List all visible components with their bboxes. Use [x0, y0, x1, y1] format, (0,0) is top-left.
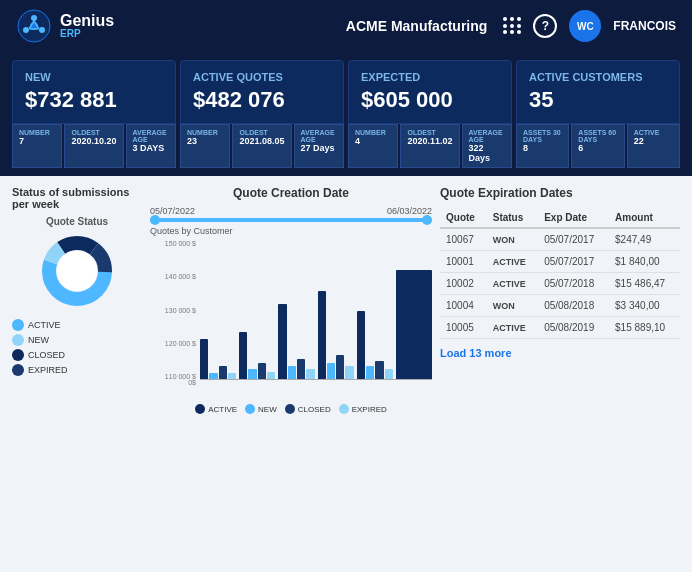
chart-legend-label: ACTIVE [208, 405, 237, 414]
stat-value: 22 [634, 136, 673, 146]
table-cell-amount: $15 889,10 [609, 317, 680, 339]
legend-label: EXPIRED [28, 365, 68, 375]
bar-group [357, 311, 393, 380]
legend-label: NEW [28, 335, 49, 345]
company-name: ACME Manufacturing [346, 18, 488, 34]
bar-group [318, 291, 354, 380]
stat-label: ACTIVE [634, 129, 673, 136]
stat-item: NUMBER 4 [348, 124, 398, 168]
chart-legend-dot [285, 404, 295, 414]
bar-group [396, 270, 432, 380]
stats-row: NUMBER 7OLDEST 2020.10.20AVERAGE AGE 3 D… [0, 124, 692, 176]
bar-expired [345, 366, 353, 380]
logo-erp: ERP [60, 29, 114, 39]
table-row: 10067WON05/07/2017$247,49 [440, 228, 680, 251]
table-cell-exp_date: 05/07/2017 [538, 228, 609, 251]
header-center: ACME Manufacturing ? WC FRANCOIS [346, 10, 676, 42]
table-row: 10002ACTIVE05/07/2018$15 486,47 [440, 273, 680, 295]
legend-dot [12, 364, 24, 376]
table-cell-quote: 10001 [440, 251, 487, 273]
stat-group: NUMBER 4OLDEST 2020.11.02AVERAGE AGE 322… [348, 124, 512, 168]
y-axis: 150 000 $140 000 $130 000 $120 000 $110 … [150, 240, 196, 380]
chart-legend-item: NEW [245, 404, 277, 414]
stat-item: AVERAGE AGE 3 DAYS [126, 124, 176, 168]
chart-legend-label: EXPIRED [352, 405, 387, 414]
stat-label: NUMBER [187, 129, 223, 136]
stat-label: OLDEST [407, 129, 452, 136]
stat-item: NUMBER 7 [12, 124, 62, 168]
table-header: Quote [440, 208, 487, 228]
svg-point-1 [31, 15, 37, 21]
stat-group: NUMBER 23OLDEST 2021.08.05AVERAGE AGE 27… [180, 124, 344, 168]
stat-label: OLDEST [239, 129, 284, 136]
bar-group [239, 332, 275, 380]
legend: ACTIVE NEW CLOSED EXPIRED [12, 319, 142, 376]
bar-new [366, 366, 374, 380]
chart-legend-dot [195, 404, 205, 414]
stat-item: ACTIVE 22 [627, 124, 680, 168]
data-table: QuoteStatusExp DateAmount 10067WON05/07/… [440, 208, 680, 339]
date-slider[interactable] [150, 218, 432, 222]
stat-value: 27 Days [301, 143, 337, 153]
table-row: 10001ACTIVE05/07/2017$1 840,00 [440, 251, 680, 273]
chart-legend-label: CLOSED [298, 405, 331, 414]
kpi-value: $732 881 [25, 87, 163, 113]
svg-point-2 [23, 27, 29, 33]
chart-legend: ACTIVE NEW CLOSED EXPIRED [150, 404, 432, 414]
bar-group [200, 339, 236, 380]
table-cell-status: ACTIVE [487, 273, 538, 295]
panel-title: Status of submissions per week [12, 186, 142, 210]
stat-value: 8 [523, 143, 562, 153]
chart-legend-item: ACTIVE [195, 404, 237, 414]
table-cell-exp_date: 05/07/2017 [538, 251, 609, 273]
help-button[interactable]: ? [533, 14, 557, 38]
left-panel: Status of submissions per week Quote Sta… [12, 186, 142, 414]
legend-item: NEW [12, 334, 142, 346]
table-cell-quote: 10005 [440, 317, 487, 339]
bar-group [278, 304, 314, 380]
grid-icon[interactable] [503, 17, 521, 35]
bar-closed [336, 355, 344, 380]
stat-label: ASSETS 60 days [578, 129, 617, 143]
user-avatar: WC [569, 10, 601, 42]
chart-legend-dot [339, 404, 349, 414]
legend-dot [12, 334, 24, 346]
load-more-button[interactable]: Load 13 more [440, 347, 512, 359]
table-header: Status [487, 208, 538, 228]
table-cell-amount: $15 486,47 [609, 273, 680, 295]
right-panel: Quote Expiration Dates QuoteStatusExp Da… [440, 186, 680, 414]
chart-title: Quote Creation Date [150, 186, 432, 200]
svg-point-12 [57, 251, 97, 291]
stat-label: NUMBER [355, 129, 391, 136]
table-cell-quote: 10067 [440, 228, 487, 251]
kpi-value: $605 000 [361, 87, 499, 113]
bar-active [318, 291, 326, 380]
stat-value: 3 DAYS [133, 143, 169, 153]
stat-label: OLDEST [71, 129, 116, 136]
legend-item: CLOSED [12, 349, 142, 361]
donut-container: Quote Status [12, 216, 142, 311]
table-row: 10005ACTIVE05/08/2019$15 889,10 [440, 317, 680, 339]
header-icons: ? WC FRANCOIS [503, 10, 676, 42]
legend-dot [12, 349, 24, 361]
stat-item: ASSETS 60 days 6 [571, 124, 624, 168]
table-cell-exp_date: 05/07/2018 [538, 273, 609, 295]
donut-label: Quote Status [46, 216, 108, 227]
logo-genius: Genius [60, 13, 114, 29]
table-cell-quote: 10002 [440, 273, 487, 295]
stat-label: NUMBER [19, 129, 55, 136]
logo-area: Genius ERP [16, 8, 114, 44]
table-cell-amount: $3 340,00 [609, 295, 680, 317]
stat-label: AVERAGE AGE [133, 129, 169, 143]
user-name: FRANCOIS [613, 19, 676, 33]
app-header: Genius ERP ACME Manufacturing ? WC FRANC… [0, 0, 692, 52]
kpi-card: Active customers 35 [516, 60, 680, 124]
y-axis-label: 150 000 $ [150, 240, 196, 247]
stat-item: OLDEST 2020.11.02 [400, 124, 459, 168]
bar-new [327, 363, 335, 380]
stat-item: OLDEST 2020.10.20 [64, 124, 123, 168]
table-title: Quote Expiration Dates [440, 186, 680, 200]
stat-value: 6 [578, 143, 617, 153]
legend-label: ACTIVE [28, 320, 61, 330]
kpi-row: New $732 881Active quotes $482 076Expect… [0, 52, 692, 124]
